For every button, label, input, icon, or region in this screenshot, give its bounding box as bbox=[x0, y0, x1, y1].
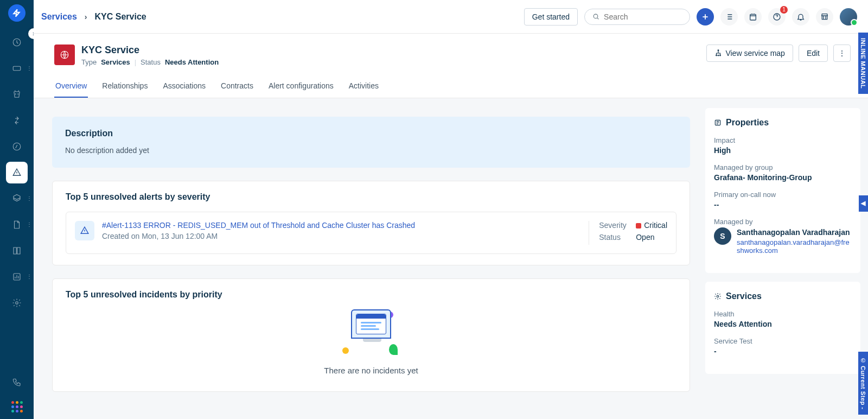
gear-icon bbox=[714, 293, 722, 300]
tab-relationships[interactable]: Relationships bbox=[101, 76, 149, 98]
service-test-label: Service Test bbox=[714, 337, 852, 345]
alert-icon bbox=[75, 221, 94, 240]
nav-reports[interactable]: ⋮ bbox=[6, 266, 28, 288]
get-started-button[interactable]: Get started bbox=[524, 8, 578, 26]
impact-value: High bbox=[714, 146, 852, 155]
current-step-tab[interactable]: © Current Step - bbox=[858, 352, 868, 415]
alert-created: Created on Mon, 13 Jun 12:00 AM bbox=[102, 232, 581, 240]
description-heading: Description bbox=[65, 129, 677, 138]
tasks-icon[interactable] bbox=[720, 8, 738, 26]
status-label: Status bbox=[141, 58, 161, 66]
group-value: Grafana- Monitoring-Group bbox=[714, 173, 852, 182]
tab-alert-configs[interactable]: Alert configurations bbox=[267, 76, 335, 98]
topbar: Services › KYC Service Get started 1 bbox=[34, 0, 868, 34]
svg-point-10 bbox=[716, 55, 717, 56]
nav-dashboard[interactable] bbox=[6, 31, 28, 53]
tab-activities[interactable]: Activities bbox=[348, 76, 380, 98]
help-badge: 1 bbox=[780, 6, 788, 14]
apps-launcher-icon[interactable] bbox=[11, 401, 23, 412]
breadcrumb: Services › KYC Service bbox=[41, 12, 146, 22]
chevron-right-icon: › bbox=[85, 12, 87, 21]
tab-contracts[interactable]: Contracts bbox=[220, 76, 254, 98]
search-input[interactable] bbox=[604, 12, 682, 21]
properties-icon bbox=[714, 119, 722, 126]
inline-manual-tab[interactable]: INLINE MANUAL bbox=[858, 33, 868, 94]
nav-problems[interactable] bbox=[6, 84, 28, 105]
breadcrumb-current: KYC Service bbox=[95, 12, 146, 22]
user-avatar[interactable] bbox=[840, 8, 857, 26]
nav-tickets[interactable]: ⋮ bbox=[6, 58, 28, 79]
page-title: KYC Service bbox=[81, 45, 219, 56]
svg-point-11 bbox=[718, 55, 719, 56]
right-panel: Properties ImpactHigh Managed by groupGr… bbox=[705, 98, 868, 419]
status-value: Needs Attention bbox=[165, 58, 219, 66]
tab-associations[interactable]: Associations bbox=[162, 76, 207, 98]
incidents-empty-text: There are no incidents yet bbox=[66, 366, 676, 375]
properties-heading: Properties bbox=[726, 118, 769, 128]
alert-row: #Alert-1133 ERROR - REDIS_USED_MEM out o… bbox=[66, 212, 676, 254]
managed-by-label: Managed by bbox=[714, 218, 852, 226]
alert-title-link[interactable]: #Alert-1133 ERROR - REDIS_USED_MEM out o… bbox=[102, 221, 581, 230]
impact-label: Impact bbox=[714, 136, 852, 144]
svg-point-2 bbox=[13, 143, 21, 150]
nav-solutions[interactable]: ⋮ bbox=[6, 214, 28, 236]
description-text: No description added yet bbox=[65, 146, 677, 155]
health-value: Needs Attention bbox=[714, 320, 852, 328]
side-arrow-tab[interactable]: ◀ bbox=[859, 195, 868, 212]
alert-status-value: Open bbox=[636, 233, 654, 242]
alerts-heading: Top 5 unresolved alerts by severity bbox=[66, 192, 676, 202]
search-input-wrapper[interactable] bbox=[584, 9, 690, 25]
edit-button[interactable]: Edit bbox=[799, 45, 828, 62]
alert-severity-value: Critical bbox=[644, 221, 667, 230]
oncall-value: -- bbox=[714, 200, 852, 209]
calendar-icon[interactable] bbox=[744, 8, 762, 26]
svg-rect-6 bbox=[750, 14, 756, 20]
bell-icon[interactable] bbox=[792, 8, 809, 26]
main-content: Description No description added yet Top… bbox=[34, 98, 705, 419]
svg-point-14 bbox=[717, 295, 719, 297]
alerts-card: Top 5 unresolved alerts by severity #Ale… bbox=[52, 181, 690, 265]
left-nav: › ⋮ ⋮ ⋮ ⋮ ⋮ bbox=[0, 0, 34, 419]
severity-dot bbox=[636, 223, 641, 228]
description-card: Description No description added yet bbox=[52, 117, 690, 168]
nav-changes[interactable] bbox=[6, 110, 28, 131]
type-label: Type bbox=[81, 58, 97, 66]
type-value: Services bbox=[101, 58, 130, 66]
svg-point-4 bbox=[16, 302, 18, 304]
incidents-empty-illustration bbox=[341, 309, 401, 358]
help-icon[interactable]: 1 bbox=[768, 8, 786, 26]
nav-settings[interactable] bbox=[6, 292, 28, 314]
nav-phone[interactable] bbox=[6, 372, 28, 393]
incidents-heading: Top 5 unresolved incidents by priority bbox=[66, 290, 676, 300]
nav-knowledge[interactable] bbox=[6, 240, 28, 262]
oncall-label: Primary on-call now bbox=[714, 191, 852, 199]
managed-by-name: Santhanagopalan Varadharajan bbox=[737, 227, 852, 237]
page-header: KYC Service Type Services | Status Needs… bbox=[34, 34, 868, 66]
breadcrumb-root[interactable]: Services bbox=[41, 12, 77, 22]
incidents-card: Top 5 unresolved incidents by priority T… bbox=[52, 278, 690, 392]
services-heading: Services bbox=[726, 291, 762, 301]
svg-rect-1 bbox=[13, 66, 21, 71]
services-card: Services HealthNeeds Attention Service T… bbox=[705, 282, 860, 374]
nav-assets[interactable]: ⋮ bbox=[6, 188, 28, 210]
app-logo[interactable] bbox=[8, 4, 25, 22]
nav-releases[interactable] bbox=[6, 136, 28, 157]
alert-severity-label: Severity bbox=[599, 221, 630, 230]
svg-point-12 bbox=[720, 55, 721, 56]
marketplace-icon[interactable] bbox=[816, 8, 833, 26]
alert-status-label: Status bbox=[599, 233, 630, 242]
new-button[interactable] bbox=[697, 8, 714, 26]
properties-card: Properties ImpactHigh Managed by groupGr… bbox=[705, 108, 860, 273]
sitemap-icon bbox=[714, 49, 722, 57]
nav-alerts[interactable]: ⋮ bbox=[6, 162, 28, 183]
health-label: Health bbox=[714, 310, 852, 318]
tab-overview[interactable]: Overview bbox=[54, 76, 88, 98]
managed-by-email[interactable]: santhanagopalan.varadharajan@freshworks.… bbox=[737, 238, 852, 255]
view-service-map-button[interactable]: View service map bbox=[706, 45, 793, 62]
group-label: Managed by group bbox=[714, 163, 852, 172]
service-icon bbox=[54, 45, 75, 65]
service-test-value: - bbox=[714, 347, 852, 355]
more-actions-button[interactable]: ⋮ bbox=[833, 45, 851, 62]
tabs: Overview Relationships Associations Cont… bbox=[34, 66, 868, 98]
svg-point-5 bbox=[593, 14, 598, 18]
